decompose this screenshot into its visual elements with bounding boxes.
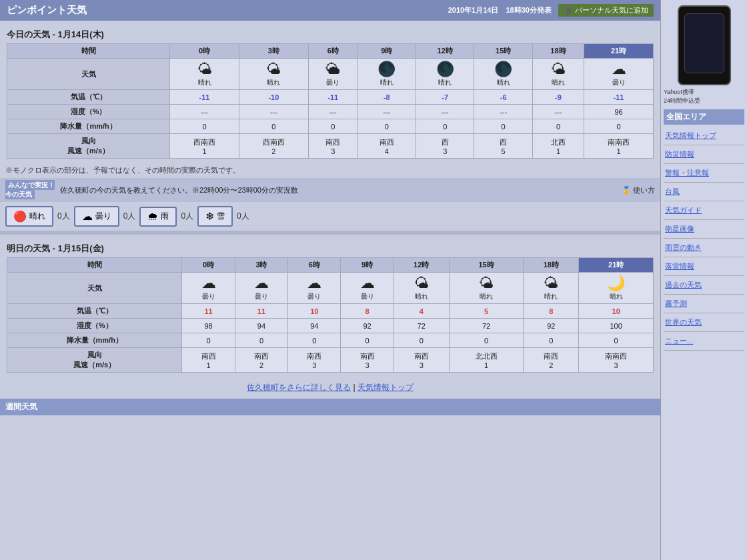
tmr-temp-header: 気温（℃）	[7, 304, 182, 319]
sidebar-item-keihо[interactable]: 警報・注意報	[664, 164, 744, 183]
sunny-label: 晴れ	[29, 211, 45, 222]
tmr-weather-18: 🌤晴れ	[524, 273, 579, 304]
tmr-weather-header: 天気	[7, 273, 182, 304]
snow-btn[interactable]: ❄ 雪	[197, 206, 233, 227]
weather-row-header: 天気	[7, 59, 170, 90]
weather-15: 🌑晴れ	[474, 59, 532, 90]
tmr-wind-0: 南西1	[182, 348, 235, 373]
tmr-rain-6: 0	[288, 333, 341, 348]
tmr-weather-3: ☁曇り	[235, 273, 287, 304]
tmr-rain-header: 降水量（mm/h）	[7, 333, 182, 348]
lightning-link[interactable]: 落雷情報	[665, 260, 743, 273]
humid-3: ---	[239, 105, 308, 119]
tmr-humid-12: 72	[394, 319, 449, 333]
snow-count: 0人	[237, 211, 249, 222]
tmr-rain-12: 0	[394, 333, 449, 348]
use-link[interactable]: 🏅 使い方	[622, 185, 655, 195]
tmr-wind-18: 南西2	[524, 348, 579, 373]
tmr-humid-0: 98	[182, 319, 235, 333]
wind-6: 南西3	[308, 134, 357, 159]
rain-6: 0	[308, 119, 357, 134]
tmr-humid-6: 94	[288, 319, 341, 333]
col-18ji: 18時	[532, 44, 584, 59]
tmr-temp-0: 11	[182, 304, 235, 319]
cloudy-icon: ☁	[82, 210, 93, 223]
sunny-btn[interactable]: 🔴 晴れ	[5, 206, 53, 227]
tmr-temp-15: 5	[449, 304, 524, 319]
past-weather-link[interactable]: 過去の天気	[665, 279, 743, 291]
weather-top-link[interactable]: 天気情報トップ	[665, 129, 743, 142]
community-label: みんなで実況！今の天気	[5, 181, 55, 199]
weather-3: 🌤晴れ	[239, 59, 308, 90]
sidebar-item-typhoon[interactable]: 台風	[664, 183, 744, 201]
wind-21: 南南西1	[584, 134, 654, 159]
today-table: 時間 0時 3時 6時 9時 12時 15時 18時 21時 天気 🌤晴れ 🌤晴…	[7, 43, 654, 159]
humid-21: 96	[584, 105, 654, 119]
sidebar-item-satellite[interactable]: 衛星画像	[664, 220, 744, 239]
bousai-link[interactable]: 防災情報	[665, 148, 743, 161]
weather-12: 🌑晴れ	[416, 59, 474, 90]
satellite-link[interactable]: 衛星画像	[665, 223, 743, 235]
publish-datetime: 2010年1月14日 18時30分発表	[448, 5, 552, 15]
tmr-wind-9: 南西3	[341, 348, 394, 373]
snow-icon: ❄	[205, 210, 214, 223]
rain-label: 雨	[161, 211, 169, 222]
world-weather-link[interactable]: 世界の天気	[665, 316, 743, 329]
sidebar-item-weather-top[interactable]: 天気情報トップ	[664, 127, 744, 145]
time-header: 時間	[7, 44, 170, 59]
weather-21: ☁曇り	[584, 59, 654, 90]
col-9ji: 9時	[357, 44, 416, 59]
sidebar-item-past[interactable]: 過去の天気	[664, 276, 744, 295]
sidebar-item-rain[interactable]: 雨雲の動き	[664, 239, 744, 257]
wind-18: 北西1	[532, 134, 584, 159]
col-15ji: 15時	[474, 44, 532, 59]
sidebar-item-news[interactable]: ニュー...	[664, 332, 744, 351]
weather-info-top-link[interactable]: 天気情報トップ	[357, 383, 414, 392]
rain-cloud-link[interactable]: 雨雲の動き	[665, 241, 743, 254]
weather-6: 🌥曇り	[308, 59, 357, 90]
rain-21: 0	[584, 119, 654, 134]
bottom-links: 佐久穂町をさらに詳しく見る | 天気情報トップ	[0, 377, 660, 399]
tmr-col-12: 12時	[394, 258, 449, 273]
cloudy-btn[interactable]: ☁ 曇り	[74, 206, 119, 227]
temp-21: -11	[584, 90, 654, 105]
tmr-weather-12: 🌤晴れ	[394, 273, 449, 304]
sidebar-item-lightning[interactable]: 落雷情報	[664, 257, 744, 276]
wind-12: 西3	[416, 134, 474, 159]
tmr-col-0: 0時	[182, 258, 235, 273]
cloudy-count: 0人	[123, 211, 136, 222]
weather-0: 🌤晴れ	[170, 59, 239, 90]
community-description: 佐久穂町の今の天気を教えてください。※22時00分〜23時00分の実況数	[60, 185, 298, 195]
temp-9: -8	[357, 90, 416, 105]
col-6ji: 6時	[308, 44, 357, 59]
rain-12: 0	[416, 119, 474, 134]
tmr-humid-9: 92	[341, 319, 394, 333]
fog-link[interactable]: 霧予測	[665, 297, 743, 310]
page-title: ピンポイント天気	[7, 4, 87, 17]
humid-12: ---	[416, 105, 474, 119]
typhoon-link[interactable]: 台風	[665, 185, 743, 198]
tmr-rain-9: 0	[341, 333, 394, 348]
sakuho-detail-link[interactable]: 佐久穂町をさらに詳しく見る	[247, 383, 351, 392]
add-personal-button[interactable]: ➕ バーソナル天気に追加	[558, 4, 654, 17]
yahoo-text: Yahoo!携帯24時間申込受	[664, 88, 744, 105]
guide-link[interactable]: 天気ガイド	[665, 204, 743, 217]
sidebar-item-guide[interactable]: 天気ガイド	[664, 201, 744, 220]
weather-18: 🌤晴れ	[532, 59, 584, 90]
news-link[interactable]: ニュー...	[665, 335, 743, 347]
keiho-link[interactable]: 警報・注意報	[665, 167, 743, 179]
weather-buttons-row: 🔴 晴れ 0人 ☁ 曇り 0人 🌧 雨 0人 ❄ 雪 0人	[0, 202, 660, 231]
humid-18: ---	[532, 105, 584, 119]
phone-image	[678, 5, 731, 85]
rain-0: 0	[170, 119, 239, 134]
sidebar-item-bousai[interactable]: 防災情報	[664, 145, 744, 164]
sidebar-item-world[interactable]: 世界の天気	[664, 313, 744, 332]
wind-9: 南西4	[357, 134, 416, 159]
rain-btn[interactable]: 🌧 雨	[139, 207, 177, 227]
area-title: 全国エリア	[664, 109, 744, 125]
sunny-icon: 🔴	[13, 210, 27, 223]
sidebar-item-fog[interactable]: 霧予測	[664, 295, 744, 313]
col-0ji: 0時	[170, 44, 239, 59]
rain-15: 0	[474, 119, 532, 134]
tmr-weather-15: 🌤晴れ	[449, 273, 524, 304]
